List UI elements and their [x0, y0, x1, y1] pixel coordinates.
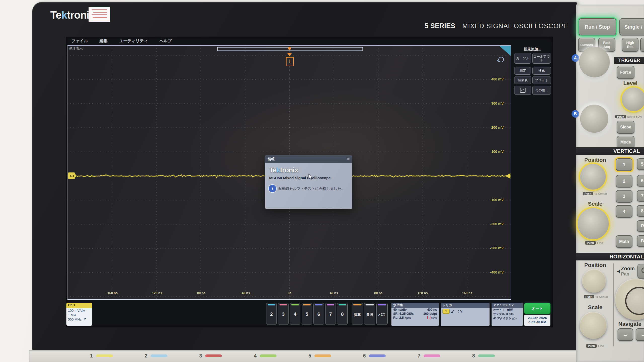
trigger-level-knob[interactable] [622, 87, 644, 111]
navigate-zoom-knob[interactable] [615, 279, 644, 320]
add-new-header: 新規追加... [513, 47, 551, 52]
trigger-level-marker[interactable] [505, 173, 510, 179]
bezel-channel-color [96, 354, 113, 357]
ch1-badge[interactable]: Ch 1 100 mV/div 1 MΩ 500 MHz [66, 303, 92, 326]
bezel-channel-number: 5 [308, 353, 311, 359]
more-button[interactable]: その他... [532, 86, 551, 95]
vertical-position-knob[interactable] [580, 164, 606, 190]
add-ch5-button[interactable]: 5 [302, 303, 312, 325]
callout-button[interactable]: コールアウト [532, 53, 551, 64]
navigate-label: Navigate [618, 321, 644, 327]
ch6-select-button[interactable]: 6 [637, 175, 644, 187]
zoom-magnifier-icon[interactable] [498, 57, 504, 62]
ch7-select-button[interactable]: 7 [637, 190, 644, 202]
add-bus-button[interactable]: バス [376, 303, 388, 325]
ch1-badge-title: Ch 1 [66, 303, 92, 308]
push-pill: Push [585, 241, 596, 245]
navigate-left-button[interactable]: ← [618, 328, 633, 341]
add-ch6-button[interactable]: 6 [313, 303, 324, 325]
mode-button[interactable]: Mode [617, 136, 634, 149]
vertical-scale-knob[interactable] [578, 208, 609, 239]
plot-button[interactable]: プロット [532, 76, 551, 84]
push-pill: Push [615, 115, 626, 118]
horizontal-settings-panel[interactable]: 水平軸 40 ns/div400 ns SR: 6.25 GS/s160 ps/… [391, 303, 439, 326]
add-math-button[interactable]: 演算 [352, 303, 363, 325]
math-button[interactable]: Math [616, 235, 632, 248]
slope-button[interactable]: Slope [617, 121, 634, 134]
section-divider [613, 263, 614, 346]
y-axis-label: 100 mV [491, 150, 504, 154]
ch4-select-button[interactable]: 4 [616, 205, 632, 218]
vertical-scale-label: Scale [580, 201, 611, 207]
mouse-cursor [308, 174, 313, 180]
bezel-channel-color [478, 354, 495, 357]
x-axis-label: -160 ns [106, 291, 118, 295]
horizontal-position-knob[interactable] [582, 269, 606, 293]
add-ref-button[interactable]: 参照 [364, 303, 375, 325]
ch8-select-button[interactable]: 8 [637, 205, 644, 217]
bezel-channel-color [424, 354, 440, 357]
close-icon[interactable]: × [347, 157, 350, 162]
trigger-section-header: TRIGGER [614, 57, 644, 64]
ch3-select-button[interactable]: 3 [616, 190, 632, 203]
add-ch8-button[interactable]: 8 [337, 303, 348, 325]
x-axis-label: -120 ns [151, 291, 162, 295]
auto-mode-button[interactable]: オート [524, 303, 550, 314]
horizontal-scale-knob[interactable] [580, 312, 607, 339]
menu-help[interactable]: ヘルプ [159, 38, 172, 44]
add-ch7-button[interactable]: 7 [325, 303, 336, 325]
bus-button[interactable]: Bus [637, 235, 644, 247]
zoom-button[interactable] [637, 264, 644, 279]
add-ch3-button[interactable]: 3 [278, 303, 289, 325]
zoom-pan-arrow-icon: ◀ [617, 269, 620, 274]
high-res-button[interactable]: High Res [622, 38, 638, 52]
bezel-channel-number: 7 [418, 353, 420, 359]
knob-a[interactable] [579, 47, 610, 77]
trigger-settings-panel[interactable]: トリガ 1 0 V [441, 303, 490, 326]
clear-button[interactable]: Clear [640, 38, 644, 52]
cursors-button[interactable]: カーソル [514, 53, 531, 64]
run-stop-button[interactable]: Run / Stop [579, 18, 616, 35]
zoom-tool-button[interactable] [514, 86, 531, 95]
y-axis-label: -200 mV [490, 222, 504, 226]
knob-b[interactable] [580, 105, 608, 133]
ref-button[interactable]: Ref [637, 220, 644, 232]
trigger-flag-icon[interactable]: T [286, 57, 294, 66]
trigger-panel-title: トリガ [441, 303, 490, 308]
vertical-position-label: Position [580, 157, 611, 163]
force-button[interactable]: Force [617, 66, 634, 79]
bezel-channel-color [151, 354, 167, 357]
ch1-impedance: 1 MΩ [68, 313, 91, 317]
channel-a-badge: A [572, 54, 579, 62]
bezel-channel-color [369, 354, 386, 357]
navigate-right-button[interactable]: → [636, 328, 644, 341]
dialog-title-bar[interactable]: 情報 × [265, 155, 352, 163]
horizontal-scale-label: Scale [580, 304, 611, 311]
add-new-sidebar: 新規追加... カーソル コールアウト 測定 検索 結果表 プロット その他..… [513, 47, 551, 104]
bezel-channel-number: 4 [254, 353, 257, 359]
x-axis-label: 120 ns [418, 291, 428, 295]
menu-utility[interactable]: ユーティリティ [119, 38, 148, 44]
single-seq-button[interactable]: Single / Seq [619, 18, 644, 35]
ch2-select-button[interactable]: 2 [616, 175, 632, 188]
dialog-message: 起動時セルフ・テストに合格しました。 [278, 186, 345, 191]
ch5-select-button[interactable]: 5 [637, 158, 644, 170]
x-axis-label: 0s [288, 291, 291, 295]
add-ch2-button[interactable]: 2 [266, 303, 277, 325]
trigger-top-marker [288, 47, 291, 50]
search-button[interactable]: 検索 [532, 67, 551, 75]
trigger-source-badge: 1 [442, 309, 450, 314]
waveform-tab-label: 波形表示 [69, 46, 83, 51]
trigger-flag-arrow[interactable] [287, 53, 292, 56]
menu-edit[interactable]: 編集 [100, 38, 108, 44]
results-table-button[interactable]: 結果表 [514, 76, 531, 84]
horizontal-position-label: Position [580, 262, 611, 268]
add-ch4-button[interactable]: 4 [290, 303, 300, 325]
date: 23 Jan 2026 [528, 316, 547, 320]
acquisition-panel[interactable]: アクイジション オート： 解析 サンプル: 8 bits 43 アクイジション [492, 303, 523, 326]
menu-file[interactable]: ファイル [71, 38, 88, 44]
ch1-select-button[interactable]: 1 [616, 158, 632, 171]
y-axis-label: 200 mV [491, 125, 504, 129]
measure-button[interactable]: 測定 [514, 67, 531, 75]
navigate-inner-knob[interactable] [625, 287, 644, 315]
